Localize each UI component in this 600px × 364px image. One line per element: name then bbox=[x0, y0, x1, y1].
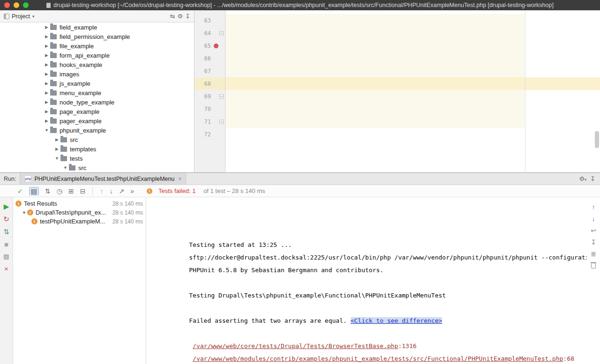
code-text[interactable]: } bbox=[225, 90, 600, 103]
tree-chevron-icon[interactable] bbox=[54, 147, 60, 151]
minimize-window-button[interactable] bbox=[14, 2, 19, 8]
tree-chevron-icon[interactable] bbox=[44, 34, 50, 39]
expand-all-icon[interactable]: ⊞ bbox=[68, 188, 74, 194]
code-text[interactable] bbox=[225, 103, 600, 115]
gutter[interactable]: 65 bbox=[195, 39, 225, 52]
project-tree-item[interactable]: node_type_example bbox=[0, 97, 194, 107]
gutter[interactable]: 64 bbox=[195, 27, 225, 39]
toggle-auto-test-icon[interactable]: ⇅ bbox=[3, 228, 9, 235]
up-the-stack-trace-icon[interactable]: ↑ bbox=[592, 204, 595, 210]
gutter[interactable]: 72 bbox=[195, 128, 225, 141]
tree-chevron-icon[interactable] bbox=[44, 44, 50, 48]
rerun-tests-icon[interactable]: ▶ bbox=[4, 203, 9, 210]
project-panel-title[interactable]: Project bbox=[12, 13, 30, 20]
project-tree-item[interactable]: form_api_example bbox=[0, 51, 194, 60]
project-tree-item[interactable]: file_example bbox=[0, 41, 194, 51]
gutter[interactable]: 70 bbox=[195, 103, 225, 115]
stop-icon[interactable]: ■ bbox=[4, 241, 8, 248]
project-tree-item[interactable]: menu_example bbox=[0, 88, 194, 97]
tree-chevron-icon[interactable] bbox=[54, 156, 60, 161]
fold-marker-icon[interactable] bbox=[219, 119, 224, 124]
see-difference-link[interactable]: <Click to see difference> bbox=[351, 317, 442, 324]
print-icon[interactable]: ≣ bbox=[591, 251, 596, 257]
clear-all-icon[interactable] bbox=[591, 264, 596, 268]
tree-chevron-icon[interactable] bbox=[44, 128, 50, 133]
close-tab-icon[interactable]: × bbox=[178, 176, 181, 182]
close-panel-icon[interactable]: × bbox=[4, 265, 8, 272]
more-actions-icon[interactable]: » bbox=[130, 188, 134, 194]
gutter[interactable]: 69 bbox=[195, 90, 225, 103]
close-window-button[interactable] bbox=[4, 2, 10, 8]
next-failed-test-icon[interactable]: ↓ bbox=[109, 188, 112, 194]
project-tree-item[interactable]: field_example bbox=[0, 22, 194, 32]
tree-chevron-icon[interactable] bbox=[44, 72, 50, 76]
code-text[interactable]: public function testPhpUnitExampleMenu()… bbox=[225, 39, 600, 52]
test-console-output[interactable]: Testing started at 13:25 ... sftp://dock… bbox=[146, 197, 587, 364]
project-tree-item[interactable]: field_permission_example bbox=[0, 32, 194, 41]
project-tree-item[interactable]: tests bbox=[0, 154, 194, 163]
gutter[interactable]: 67 bbox=[195, 65, 225, 77]
previous-failed-test-icon[interactable]: ↑ bbox=[100, 188, 103, 194]
code-text[interactable] bbox=[225, 128, 600, 141]
tree-chevron-icon[interactable] bbox=[44, 25, 50, 30]
hide-panel-icon[interactable]: ↧ bbox=[590, 176, 595, 182]
code-text[interactable]: $this->assertResponse(200, 'Description … bbox=[225, 65, 600, 77]
chevron-down-icon[interactable]: ▾ bbox=[32, 14, 35, 19]
test-tree-item[interactable]: ! Test Results 28 s 140 ms bbox=[13, 199, 146, 208]
test-tree-item[interactable]: ! testPhpUnitExampleM... 28 s 140 ms bbox=[13, 217, 146, 226]
tree-chevron-icon[interactable] bbox=[44, 119, 50, 123]
stack-trace-link[interactable]: /var/www/web/core/tests/Drupal/Tests/Bro… bbox=[193, 342, 398, 349]
tree-chevron-icon[interactable] bbox=[21, 210, 27, 215]
open-in-editor-icon[interactable]: ↗ bbox=[119, 188, 124, 194]
tree-chevron-icon[interactable] bbox=[44, 109, 50, 114]
project-tree-item[interactable]: templates bbox=[0, 144, 194, 154]
fold-marker-icon[interactable] bbox=[219, 31, 224, 35]
down-the-stack-trace-icon[interactable]: ↓ bbox=[592, 215, 595, 222]
rerun-failed-tests-icon[interactable]: ↻ bbox=[3, 215, 9, 223]
tree-chevron-icon[interactable] bbox=[54, 137, 60, 142]
zoom-window-button[interactable] bbox=[23, 2, 29, 8]
hide-panel-icon[interactable]: ↧ bbox=[185, 13, 190, 19]
gear-icon[interactable]: ⚙ bbox=[177, 13, 183, 19]
sort-alphabetically-icon[interactable]: ⇅ bbox=[45, 188, 51, 194]
gear-icon[interactable]: ⚙▾ bbox=[579, 176, 586, 182]
gutter[interactable]: 63 bbox=[195, 14, 225, 27]
project-tree-item[interactable]: page_example bbox=[0, 107, 194, 116]
test-history-icon[interactable]: ▤ bbox=[3, 253, 9, 260]
collapse-all-icon[interactable]: ⊟ bbox=[80, 188, 86, 194]
sort-by-duration-icon[interactable]: ◷ bbox=[57, 188, 62, 194]
tree-chevron-icon[interactable] bbox=[44, 90, 50, 95]
tree-chevron-icon[interactable] bbox=[44, 100, 50, 104]
show-passed-icon[interactable]: ✓ bbox=[17, 188, 23, 194]
project-tree-item[interactable]: src bbox=[0, 163, 194, 172]
gutter[interactable]: 71 bbox=[195, 115, 225, 128]
code-text[interactable]: */ bbox=[225, 27, 600, 39]
run-tab[interactable]: php PHPUnitExampleMenuTest.testPhpUnitEx… bbox=[20, 173, 186, 185]
tree-chevron-icon[interactable] bbox=[44, 53, 50, 58]
project-tree-item[interactable]: images bbox=[0, 69, 194, 79]
soft-wrap-icon[interactable]: ↩ bbox=[591, 227, 596, 234]
project-tree-item[interactable]: pager_example bbox=[0, 116, 194, 126]
show-output-icon[interactable]: ▤ bbox=[29, 187, 39, 195]
project-tree-item[interactable]: src bbox=[0, 135, 194, 144]
code-text[interactable]: * Tests phpunit_example menus. bbox=[225, 14, 600, 27]
code-text[interactable]: } bbox=[225, 115, 600, 128]
stack-trace-link[interactable]: /var/www/web/modules/contrib/examples/ph… bbox=[193, 355, 563, 362]
project-tree-item[interactable]: hooks_example bbox=[0, 60, 194, 69]
tree-chevron-icon[interactable] bbox=[62, 165, 68, 170]
gutter[interactable]: 68 bbox=[195, 77, 225, 90]
gutter[interactable]: 66 bbox=[195, 52, 225, 65]
fold-marker-icon[interactable] bbox=[219, 94, 224, 98]
code-text[interactable]: $this->drupalGet('/examples/phpunit-exam… bbox=[225, 52, 600, 65]
tree-chevron-icon[interactable] bbox=[44, 62, 50, 67]
test-tree-item[interactable]: ! Drupal\Tests\phpunit_ex... 28 s 140 ms bbox=[13, 208, 146, 217]
editor-scrollbar[interactable] bbox=[595, 131, 599, 148]
project-tree-item[interactable]: js_example bbox=[0, 79, 194, 88]
test-failed-gutter-icon[interactable] bbox=[214, 44, 218, 48]
toolbar-separator bbox=[92, 187, 93, 195]
scroll-from-source-icon[interactable]: ⇆ bbox=[170, 13, 175, 19]
scroll-to-end-icon[interactable]: ↧ bbox=[591, 239, 596, 245]
code-text[interactable]: $this->assertEquals([1, 2], [3, 4]); bbox=[225, 77, 600, 90]
tree-chevron-icon[interactable] bbox=[44, 81, 50, 86]
project-tree-item[interactable]: phpunit_example bbox=[0, 126, 194, 135]
